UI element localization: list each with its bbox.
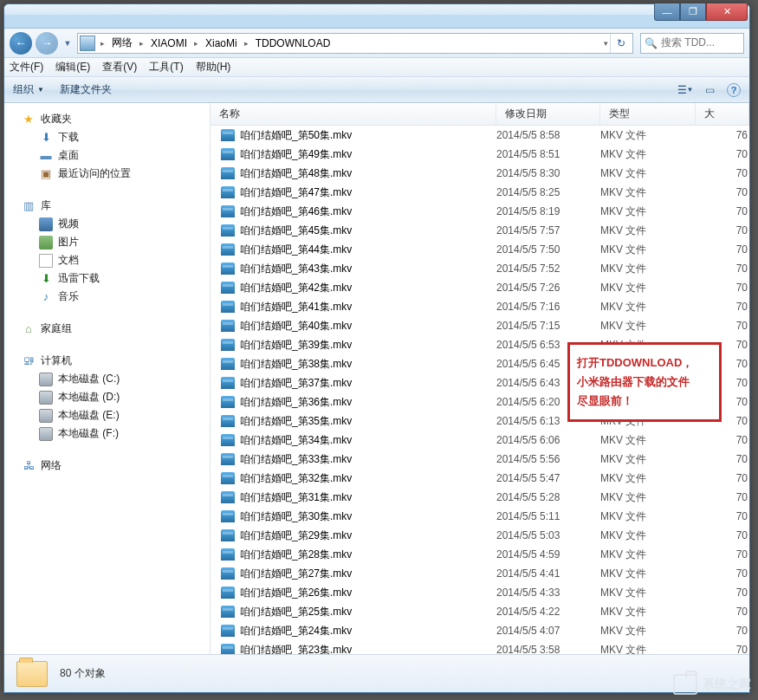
breadcrumb[interactable]: TDDOWNLOAD xyxy=(250,37,336,49)
menu-file[interactable]: 文件(F) xyxy=(10,60,43,75)
file-row[interactable]: 咱们结婚吧_第24集.mkv2014/5/5 4:07MKV 文件70 xyxy=(211,621,749,640)
file-row[interactable]: 咱们结婚吧_第40集.mkv2014/5/5 7:15MKV 文件70 xyxy=(211,316,749,335)
file-row[interactable]: 咱们结婚吧_第48集.mkv2014/5/5 8:30MKV 文件70 xyxy=(211,164,749,183)
menu-view[interactable]: 查看(V) xyxy=(102,60,137,75)
file-row[interactable]: 咱们结婚吧_第28集.mkv2014/5/5 4:59MKV 文件70 xyxy=(211,545,749,564)
file-type: MKV 文件 xyxy=(600,528,696,543)
sidebar-item-drive-f[interactable]: 本地磁盘 (F:) xyxy=(4,425,210,443)
file-row[interactable]: 咱们结婚吧_第46集.mkv2014/5/5 8:19MKV 文件70 xyxy=(211,202,749,221)
mkv-file-icon xyxy=(221,377,235,389)
mkv-file-icon xyxy=(221,472,235,484)
minimize-button[interactable]: — xyxy=(654,3,680,21)
sidebar-item-pictures[interactable]: 图片 xyxy=(4,233,210,251)
menu-help[interactable]: 帮助(H) xyxy=(196,60,231,75)
sidebar-item-music[interactable]: ♪音乐 xyxy=(4,288,210,306)
file-name: 咱们结婚吧_第30集.mkv xyxy=(240,509,352,524)
library-icon: ▥ xyxy=(22,199,36,213)
network-icon: 🖧 xyxy=(22,459,36,473)
file-name: 咱们结婚吧_第32集.mkv xyxy=(240,471,352,486)
file-name: 咱们结婚吧_第50集.mkv xyxy=(240,128,352,143)
history-dropdown[interactable]: ▼ xyxy=(62,39,74,48)
file-name: 咱们结婚吧_第46集.mkv xyxy=(240,204,352,219)
sidebar-network[interactable]: 🖧网络 xyxy=(4,457,210,475)
folder-icon xyxy=(16,661,48,687)
forward-button[interactable]: → xyxy=(36,32,58,55)
search-box[interactable]: 🔍 搜索 TDD... xyxy=(640,33,744,54)
file-row[interactable]: 咱们结婚吧_第29集.mkv2014/5/5 5:03MKV 文件70 xyxy=(211,526,749,545)
file-name: 咱们结婚吧_第45集.mkv xyxy=(240,224,352,238)
breadcrumb[interactable]: 网络 xyxy=(107,36,138,50)
sidebar-homegroup[interactable]: ⌂家庭组 xyxy=(4,320,210,338)
file-row[interactable]: 咱们结婚吧_第34集.mkv2014/5/5 6:06MKV 文件70 xyxy=(211,431,749,450)
menu-tools[interactable]: 工具(T) xyxy=(149,60,183,75)
sidebar-libraries[interactable]: ▥库 xyxy=(4,197,210,215)
sidebar-item-downloads[interactable]: ⬇下载 xyxy=(4,128,210,146)
file-size: 70 xyxy=(696,510,748,522)
file-row[interactable]: 咱们结婚吧_第43集.mkv2014/5/5 7:52MKV 文件70 xyxy=(211,259,749,278)
file-row[interactable]: 咱们结婚吧_第32集.mkv2014/5/5 5:47MKV 文件70 xyxy=(211,469,749,488)
breadcrumb[interactable]: XiaoMi xyxy=(200,37,243,49)
file-row[interactable]: 咱们结婚吧_第45集.mkv2014/5/5 7:57MKV 文件70 xyxy=(211,221,749,240)
file-name: 咱们结婚吧_第43集.mkv xyxy=(240,262,352,276)
column-size[interactable]: 大 xyxy=(696,103,749,125)
sidebar-favorites[interactable]: ★收藏夹 xyxy=(4,110,210,128)
titlebar[interactable]: — ❐ ✕ xyxy=(4,4,749,29)
file-row[interactable]: 咱们结婚吧_第41集.mkv2014/5/5 7:16MKV 文件70 xyxy=(211,297,749,316)
maximize-button[interactable]: ❐ xyxy=(680,3,706,21)
help-button[interactable]: ? xyxy=(727,83,741,97)
refresh-button[interactable]: ↻ xyxy=(610,34,631,53)
column-type[interactable]: 类型 xyxy=(600,103,696,125)
mkv-file-icon xyxy=(221,243,235,256)
sidebar-item-desktop[interactable]: ▬桌面 xyxy=(4,146,210,165)
file-row[interactable]: 咱们结婚吧_第49集.mkv2014/5/5 8:51MKV 文件70 xyxy=(211,145,749,164)
column-date[interactable]: 修改日期 xyxy=(496,103,600,125)
file-size: 70 xyxy=(696,453,748,465)
file-type: MKV 文件 xyxy=(600,548,696,562)
file-row[interactable]: 咱们结婚吧_第23集.mkv2014/5/5 3:58MKV 文件70 xyxy=(211,640,749,654)
file-type: MKV 文件 xyxy=(600,586,696,600)
file-row[interactable]: 咱们结婚吧_第25集.mkv2014/5/5 4:22MKV 文件70 xyxy=(211,602,749,621)
file-row[interactable]: 咱们结婚吧_第30集.mkv2014/5/5 5:11MKV 文件70 xyxy=(211,507,749,526)
sidebar-computer[interactable]: 🖳计算机 xyxy=(4,352,210,370)
sidebar-item-drive-e[interactable]: 本地磁盘 (E:) xyxy=(4,406,210,425)
menu-edit[interactable]: 编辑(E) xyxy=(55,60,90,75)
sidebar-item-drive-d[interactable]: 本地磁盘 (D:) xyxy=(4,388,210,406)
organize-button[interactable]: 组织▼ xyxy=(13,82,44,97)
sidebar-item-recent[interactable]: ▣最近访问的位置 xyxy=(4,165,210,183)
xunlei-icon: ⬇ xyxy=(39,272,53,286)
file-row[interactable]: 咱们结婚吧_第27集.mkv2014/5/5 4:41MKV 文件70 xyxy=(211,564,749,583)
file-type: MKV 文件 xyxy=(600,452,696,467)
file-date: 2014/5/5 5:11 xyxy=(496,510,600,522)
view-options-button[interactable]: ☰▼ xyxy=(678,83,692,97)
file-date: 2014/5/5 7:57 xyxy=(496,224,600,237)
file-row[interactable]: 咱们结婚吧_第42集.mkv2014/5/5 7:26MKV 文件70 xyxy=(211,278,749,297)
file-name: 咱们结婚吧_第35集.mkv xyxy=(240,414,352,429)
new-folder-button[interactable]: 新建文件夹 xyxy=(60,82,112,97)
file-row[interactable]: 咱们结婚吧_第33集.mkv2014/5/5 5:56MKV 文件70 xyxy=(211,450,749,469)
file-date: 2014/5/5 4:22 xyxy=(496,606,600,618)
file-size: 70 xyxy=(696,320,748,332)
sidebar-item-documents[interactable]: 文档 xyxy=(4,251,210,269)
toolbar: 组织▼ 新建文件夹 ☰▼ ▭ ? xyxy=(4,77,749,103)
file-row[interactable]: 咱们结婚吧_第26集.mkv2014/5/5 4:33MKV 文件70 xyxy=(211,583,749,602)
file-row[interactable]: 咱们结婚吧_第50集.mkv2014/5/5 8:58MKV 文件76 xyxy=(211,126,749,145)
file-type: MKV 文件 xyxy=(600,490,696,505)
address-dropdown[interactable]: ▾ xyxy=(602,39,610,48)
picture-icon xyxy=(39,236,53,250)
file-row[interactable]: 咱们结婚吧_第31集.mkv2014/5/5 5:28MKV 文件70 xyxy=(211,488,749,507)
mkv-file-icon xyxy=(221,129,235,141)
file-row[interactable]: 咱们结婚吧_第47集.mkv2014/5/5 8:25MKV 文件70 xyxy=(211,183,749,202)
file-date: 2014/5/5 8:58 xyxy=(496,129,600,141)
file-date: 2014/5/5 4:07 xyxy=(496,625,600,637)
column-name[interactable]: 名称 xyxy=(211,103,496,125)
file-row[interactable]: 咱们结婚吧_第44集.mkv2014/5/5 7:50MKV 文件70 xyxy=(211,240,749,259)
preview-pane-button[interactable]: ▭ xyxy=(703,83,716,97)
sidebar-item-drive-c[interactable]: 本地磁盘 (C:) xyxy=(4,370,210,388)
breadcrumb[interactable]: XIAOMI xyxy=(146,37,192,49)
sidebar-item-xunlei[interactable]: ⬇迅雷下载 xyxy=(4,269,210,288)
back-button[interactable]: ← xyxy=(10,32,32,55)
address-bar[interactable]: ▸ 网络▸ XIAOMI▸ XiaoMi▸ TDDOWNLOAD ▾ ↻ xyxy=(77,33,633,54)
sidebar-item-videos[interactable]: 视频 xyxy=(4,215,210,233)
close-button[interactable]: ✕ xyxy=(706,3,748,21)
file-type: MKV 文件 xyxy=(600,204,696,219)
